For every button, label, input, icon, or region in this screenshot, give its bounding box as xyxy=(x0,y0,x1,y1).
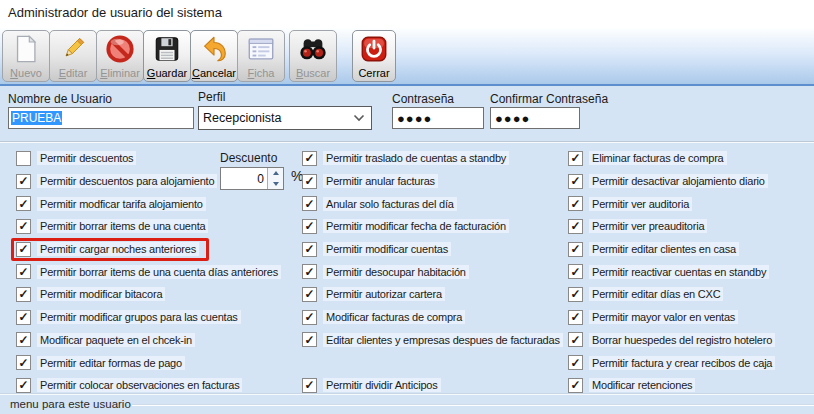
checkbox-permitir-modificar-fecha-de-facturaci-n[interactable]: ✓ xyxy=(302,219,317,234)
permission-label: Modificar retenciones xyxy=(589,378,695,392)
toolbar-button-cerrar[interactable]: Cerrar xyxy=(352,30,396,82)
checkbox-permitir-anular-facturas[interactable]: ✓ xyxy=(302,174,317,189)
permission-row: ✓ Permitir modificar cuentas xyxy=(297,238,573,261)
profile-select[interactable]: Recepcionista xyxy=(198,106,372,130)
toolbar-button-cancelar[interactable]: Cancelar xyxy=(190,30,238,82)
password-input[interactable]: ●●●● xyxy=(392,107,484,129)
checkbox-borrar-huespedes-del-registro-hotelero[interactable]: ✓ xyxy=(568,332,583,347)
pencil-icon xyxy=(58,32,88,66)
permission-label: Permitir editar días en CXC xyxy=(589,287,723,301)
chevron-down-icon xyxy=(353,111,365,125)
confirm-password-label: Confirmar Contraseña xyxy=(490,92,608,106)
checkbox-permitir-traslado-de-cuentas-a-standby[interactable]: ✓ xyxy=(302,151,317,166)
permission-row: ✓ Permitir modificar grupos para las cue… xyxy=(11,306,291,329)
permission-row: ✓ Permitir editar formas de pago xyxy=(11,351,291,374)
permission-label: Permitir colocar observaciones en factur… xyxy=(37,378,242,392)
checkbox-permitir-borrar-items-de-una-cuenta-d-as-anteriores[interactable]: ✓ xyxy=(16,264,31,279)
permission-label: Permitir modificar bitacora xyxy=(37,287,165,301)
toolbar-button-label: Editar xyxy=(59,66,88,80)
checkbox-permitir-desactivar-alojamiento-diario[interactable]: ✓ xyxy=(568,174,583,189)
permission-label: Modificar facturas de compra xyxy=(323,310,465,324)
permission-label: Permitir cargar noches anteriores xyxy=(37,242,199,256)
toolbar-button-label: Nuevo xyxy=(10,66,42,80)
permission-label: Permitir dividir Anticipos xyxy=(323,378,441,392)
checkbox-permitir-desocupar-habitaci-n[interactable]: ✓ xyxy=(302,264,317,279)
permission-label: Permitir modificar fecha de facturación xyxy=(323,219,509,233)
toolbar-button-eliminar[interactable]: Eliminar xyxy=(96,30,144,82)
permission-row: ✓ Permitir borrar items de una cuenta dí… xyxy=(11,260,291,283)
profile-label: Perfil xyxy=(198,90,225,104)
checkbox-permitir-reactivar-cuentas-en-standby[interactable]: ✓ xyxy=(568,264,583,279)
checkbox-permitir-autorizar-cartera[interactable]: ✓ xyxy=(302,287,317,302)
permission-row: ✓ Permitir mayor valor en ventas xyxy=(563,306,785,329)
permission-row: ✓ Permitir descuentos para alojamiento xyxy=(11,170,291,193)
permission-label: Permitir desactivar alojamiento diario xyxy=(589,174,768,188)
checkbox-permitir-modificar-cuentas[interactable]: ✓ xyxy=(302,242,317,257)
user-admin-window: Administrador de usuario del sistema Nue… xyxy=(0,0,814,414)
checkbox-permitir-editar-clientes-en-casa[interactable]: ✓ xyxy=(568,242,583,257)
checkbox-modificar-facturas-de-compra[interactable]: ✓ xyxy=(302,310,317,325)
confirm-password-input[interactable]: ●●●● xyxy=(490,107,580,129)
checkbox-anular-solo-facturas-del-d-a[interactable]: ✓ xyxy=(302,196,317,211)
checkbox-modificar-paquete-en-el-chcek-in[interactable]: ✓ xyxy=(16,332,31,347)
checkbox-permitir-colocar-observaciones-en-facturas[interactable]: ✓ xyxy=(16,378,31,393)
checkbox-permitir-descuentos[interactable] xyxy=(16,151,31,166)
permission-row: ✓ Permitir modficar tarifa alojamiento xyxy=(11,192,291,215)
toolbar-button-guardar[interactable]: Guardar xyxy=(143,30,191,82)
content-area: Nombre de Usuario PRUEBA Perfil Recepcio… xyxy=(0,86,814,414)
permission-label: Permitir borrar items de una cuenta xyxy=(37,219,208,233)
permission-label: Permitir traslado de cuentas a standby xyxy=(323,151,509,165)
toolbar-button-buscar[interactable]: Buscar xyxy=(289,30,337,82)
username-label: Nombre de Usuario xyxy=(8,92,112,106)
checkbox-permitir-descuentos-para-alojamiento[interactable]: ✓ xyxy=(16,174,31,189)
toolbar-button-label: Guardar xyxy=(147,66,187,80)
permission-row: ✓ Permitir editar días en CXC xyxy=(563,283,785,306)
checkbox-permitir-modficar-tarifa-alojamiento[interactable]: ✓ xyxy=(16,196,31,211)
permission-label: Permitir ver preauditoria xyxy=(589,219,707,233)
checkbox-permitir-borrar-items-de-una-cuenta[interactable]: ✓ xyxy=(16,219,31,234)
permission-label: Permitir mayor valor en ventas xyxy=(589,310,738,324)
permission-row: ✓ Editar clientes y empresas despues de … xyxy=(297,329,573,352)
checkbox-modificar-retenciones[interactable]: ✓ xyxy=(568,378,583,393)
undo-arrow-icon xyxy=(199,32,229,66)
toolbar-button-label: Ficha xyxy=(248,66,275,80)
toolbar-button-editar[interactable]: Editar xyxy=(49,30,97,82)
form-window-icon xyxy=(246,32,276,66)
permission-row: ✓ Anular solo facturas del día xyxy=(297,192,573,215)
checkbox-editar-clientes-y-empresas-despues-de-facturadas[interactable]: ✓ xyxy=(302,332,317,347)
checkbox-permitir-mayor-valor-en-ventas[interactable]: ✓ xyxy=(568,310,583,325)
permission-row: ✓ Permitir modificar fecha de facturació… xyxy=(297,215,573,238)
permission-label: Permitir borrar items de una cuenta días… xyxy=(37,265,281,279)
toolbar-button-label: Buscar xyxy=(296,66,330,80)
permission-label: Permitir modificar grupos para las cuent… xyxy=(37,310,241,324)
toolbar-button-label: Cerrar xyxy=(358,66,389,80)
permission-label: Permitir modificar cuentas xyxy=(323,242,451,256)
permission-row: ✓ Permitir desocupar habitación xyxy=(297,260,573,283)
permission-label: Eliminar facturas de compra xyxy=(589,151,727,165)
username-input[interactable]: PRUEBA xyxy=(8,107,194,129)
new-document-icon xyxy=(11,32,41,66)
checkbox-permitir-ver-preauditoria[interactable]: ✓ xyxy=(568,219,583,234)
permission-row: ✓ Permitir editar clientes en casa xyxy=(563,238,785,261)
permission-row: ✓ Permitir modificar bitacora xyxy=(11,283,291,306)
checkbox-permitir-modificar-bitacora[interactable]: ✓ xyxy=(16,287,31,302)
permission-row: ✓ Modificar facturas de compra xyxy=(297,306,573,329)
permission-row: ✓ Permitir reactivar cuentas en standby xyxy=(563,260,785,283)
permission-label: Borrar huespedes del registro hotelero xyxy=(589,333,775,347)
permission-row: ✓ Permitir autorizar cartera xyxy=(297,283,573,306)
checkbox-permitir-editar-formas-de-pago[interactable]: ✓ xyxy=(16,355,31,370)
permission-label: Permitir reactivar cuentas en standby xyxy=(589,265,769,279)
checkbox-eliminar-facturas-de-compra[interactable]: ✓ xyxy=(568,151,583,166)
checkbox-permitir-cargar-noches-anteriores[interactable]: ✓ xyxy=(16,242,31,257)
checkbox-permitir-modificar-grupos-para-las-cuentas[interactable]: ✓ xyxy=(16,310,31,325)
permission-row xyxy=(297,351,573,374)
checkbox-permitir-editar-d-as-en-cxc[interactable]: ✓ xyxy=(568,287,583,302)
permission-row: ✓ Permitir anular facturas xyxy=(297,170,573,193)
toolbar-button-ficha[interactable]: Ficha xyxy=(237,30,285,82)
checkbox-permitir-ver-auditoria[interactable]: ✓ xyxy=(568,196,583,211)
binoculars-icon xyxy=(298,32,328,66)
permission-row: Permitir descuentos xyxy=(11,147,291,170)
checkbox-permitir-dividir-anticipos[interactable]: ✓ xyxy=(302,378,317,393)
toolbar-button-nuevo[interactable]: Nuevo xyxy=(2,30,50,82)
checkbox-permitir-factura-y-crear-recibos-de-caja[interactable]: ✓ xyxy=(568,355,583,370)
